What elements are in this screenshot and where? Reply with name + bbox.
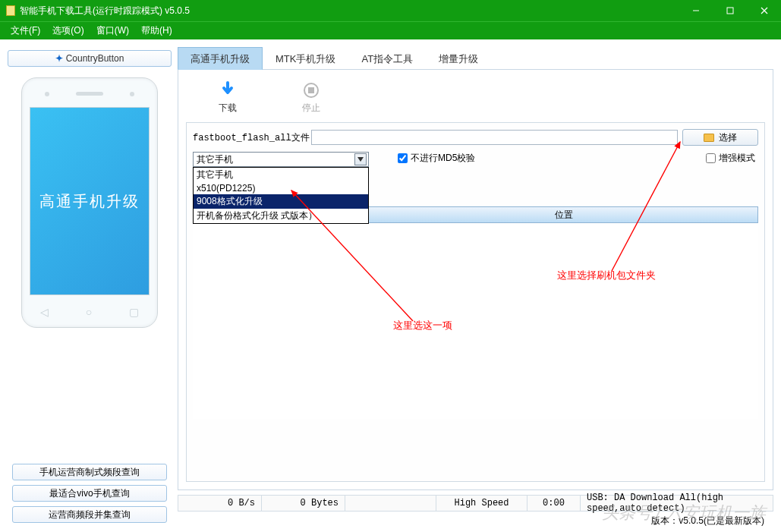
tab-incremental[interactable]: 增量升级	[426, 47, 491, 69]
file-label: fastboot_flash_all文件	[193, 131, 307, 144]
tab-mtk[interactable]: MTK手机升级	[263, 47, 348, 69]
combo-selected: 其它手机	[197, 153, 233, 166]
download-icon	[209, 80, 247, 100]
status-empty	[345, 496, 436, 511]
status-speed: 0 B/s	[178, 496, 262, 511]
app-icon	[6, 5, 15, 16]
combo-option[interactable]: 开机备份格式化升级 式版本）	[194, 209, 368, 223]
tabs: 高通手机升级 MTK手机升级 AT指令工具 增量升级	[178, 47, 773, 70]
window-title: 智能手机下载工具(运行时跟踪模式) v5.0.5	[20, 5, 679, 17]
tab-qualcomm[interactable]: 高通手机升级	[178, 47, 263, 70]
file-path-input[interactable]	[311, 130, 678, 145]
grid-body	[193, 223, 758, 419]
globe-icon: ✦	[55, 51, 63, 66]
select-button-label: 选择	[719, 131, 737, 144]
md5-check-input[interactable]	[398, 153, 408, 163]
enhanced-checkbox[interactable]: 增强模式	[706, 152, 755, 165]
status-bytes: 0 Bytes	[262, 496, 345, 511]
minimize-button[interactable]	[679, 0, 713, 21]
carrier-band-union-button[interactable]: 运营商频段并集查询	[12, 506, 167, 523]
country-button-label: CountryButton	[66, 51, 124, 66]
status-highspeed: High Speed	[436, 496, 527, 511]
country-button[interactable]: ✦ CountryButton	[8, 50, 172, 67]
stop-tool: 停止	[292, 80, 330, 115]
statusbar: 0 B/s 0 Bytes High Speed 0:00 USB: DA Do…	[178, 495, 773, 512]
upgrade-panel: fastboot_flash_all文件 选择 其它手机 其	[186, 122, 765, 482]
carrier-band-query-button[interactable]: 手机运营商制式频段查询	[12, 464, 167, 480]
menu-file[interactable]: 文件(F)	[5, 23, 46, 39]
best-vivo-query-button[interactable]: 最适合vivo手机查询	[12, 485, 167, 502]
enhanced-check-input[interactable]	[706, 153, 716, 163]
titlebar: 智能手机下载工具(运行时跟踪模式) v5.0.5	[0, 0, 781, 21]
svg-rect-5	[308, 87, 314, 93]
combo-option[interactable]: x510(PD1225)	[194, 182, 368, 194]
phone-model-combo[interactable]: 其它手机 其它手机 x510(PD1225) 9008格式化升级 开机备份格式化…	[193, 152, 369, 167]
folder-icon	[704, 134, 714, 142]
maximize-button[interactable]	[713, 0, 747, 21]
select-file-button[interactable]: 选择	[682, 129, 758, 146]
combo-option[interactable]: 其它手机	[194, 168, 368, 182]
menu-window[interactable]: 窗口(W)	[90, 23, 135, 39]
md5-check-label: 不进行MD5校验	[411, 152, 475, 165]
stop-label: 停止	[292, 102, 330, 115]
chevron-down-icon[interactable]	[354, 153, 367, 165]
phone-screen-text: 高通手机升级	[39, 191, 140, 212]
menu-options[interactable]: 选项(O)	[46, 23, 90, 39]
svg-rect-1	[727, 8, 733, 14]
phone-preview: 高通手机升级 ◁○▢	[8, 71, 172, 335]
status-usb: USB: DA Download All(high speed,auto det…	[581, 496, 773, 511]
download-tool[interactable]: 下载	[209, 80, 247, 115]
phone-nav-icons: ◁○▢	[22, 306, 157, 318]
tab-at[interactable]: AT指令工具	[348, 47, 426, 69]
download-label: 下载	[209, 102, 247, 115]
version-text: 版本：v5.0.5(已是最新版本)	[178, 512, 773, 529]
combo-dropdown: 其它手机 x510(PD1225) 9008格式化升级 开机备份格式化升级 式版…	[193, 167, 369, 224]
combo-option-selected[interactable]: 9008格式化升级	[194, 194, 368, 209]
close-button[interactable]	[747, 0, 781, 21]
md5-checkbox[interactable]: 不进行MD5校验	[398, 152, 475, 165]
main-panel: 高通手机升级 MTK手机升级 AT指令工具 增量升级 下载 停止 fastboo…	[176, 39, 781, 532]
menu-help[interactable]: 帮助(H)	[135, 23, 178, 39]
status-time: 0:00	[527, 496, 581, 511]
tab-content: 下载 停止 fastboot_flash_all文件 选择	[178, 70, 773, 490]
sidebar: ✦ CountryButton 高通手机升级 ◁○▢ 手机运营商制式频段查询 最…	[0, 39, 176, 532]
stop-icon	[292, 80, 330, 100]
enhanced-check-label: 增强模式	[719, 152, 755, 165]
menubar: 文件(F) 选项(O) 窗口(W) 帮助(H)	[0, 21, 781, 39]
grid-col-location: 位置	[370, 207, 757, 222]
